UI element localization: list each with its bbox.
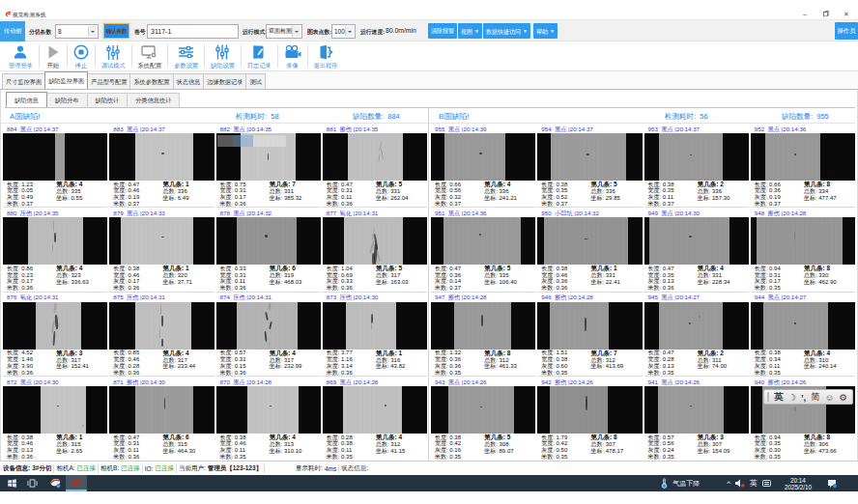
defect-image[interactable] — [431, 386, 535, 434]
subtab-缺陷分布[interactable]: 缺陷分布 — [46, 93, 88, 107]
close-button[interactable]: ✕ — [841, 10, 852, 19]
defect-image[interactable] — [431, 302, 535, 350]
defect-cell-944[interactable]: 944 黑点 |20:14:27长度: 0.38宽度: 0.34灰度: 0.11… — [751, 293, 855, 377]
ime-punct-toggle[interactable]: ’, — [801, 392, 806, 403]
action-monitor-gear[interactable]: 系统配置 — [132, 42, 168, 70]
defect-image[interactable] — [431, 133, 535, 181]
defect-cell-871[interactable]: 871 擦伤 |20:14:30长度: 0.47宽度: 0.31灰度: 0.11… — [109, 377, 214, 461]
defect-cell-951[interactable]: 951 黑点 |20:14:36长度: 0.47宽度: 0.36灰度: 0.14… — [431, 208, 535, 292]
defect-cell-950[interactable]: 950 小凹坑 |20:14:32长度: 0.38宽度: 0.46灰度: 0.3… — [537, 208, 642, 292]
taskbar-app-drawing[interactable] — [47, 475, 65, 491]
action-sliders-vertical2[interactable]: 缺陷设置 — [205, 42, 241, 70]
defect-cell-947[interactable]: 947 擦伤 |20:14:28长度: 1.32宽度: 0.36灰度: 0.36… — [431, 293, 535, 377]
defect-cell-881[interactable]: 881 擦伤 |20:14:35长度: 0.47宽度: 0.31灰度: 0.11… — [323, 124, 427, 208]
defect-image[interactable] — [644, 302, 749, 350]
defect-image[interactable] — [323, 217, 427, 265]
ime-emoji-icon[interactable]: ☺ — [825, 392, 835, 403]
defect-cell-875[interactable]: 875 压伤 |20:14:31长度: 0.85宽度: 0.46灰度: 0.28… — [109, 293, 214, 377]
tab-缺陷监控界面[interactable]: 缺陷监控界面 — [44, 71, 88, 89]
maximize-button[interactable] — [820, 10, 832, 19]
defect-cell-877[interactable]: 877 氧化 |20:14:31长度: 1.04宽度: 0.69灰度: 0.33… — [323, 208, 427, 292]
defect-cell-948[interactable]: 948 擦伤 |20:14:28长度: 0.94宽度: 0.31灰度: 0.17… — [751, 208, 855, 292]
action-exit-door[interactable]: 退出程序 — [308, 42, 344, 70]
ime-lang-indicator[interactable]: 英 — [750, 478, 758, 489]
defect-cell-943[interactable]: 943 黑点 |20:14:26长度: 0.38宽度: 0.42灰度: 0.16… — [431, 377, 535, 461]
ime-simplified-toggle[interactable]: 简 — [811, 391, 820, 404]
defect-image[interactable] — [644, 217, 749, 265]
taskbar-app-vision-active[interactable] — [66, 475, 87, 491]
defect-cell-878[interactable]: 878 黑点 |20:14:32长度: 0.33宽度: 0.31灰度: 0.11… — [216, 208, 321, 292]
defect-cell-869[interactable]: 869 黑点 |20:14:28长度: 0.28宽度: 0.38灰度: 0.11… — [323, 377, 427, 461]
operator-button[interactable]: 操作员 — [835, 22, 858, 40]
panel-b-title[interactable]: B面缺陷! — [439, 111, 470, 122]
defect-image[interactable] — [109, 386, 214, 434]
defect-cell-879[interactable]: 879 黑点 |20:14:33长度: 0.38宽度: 0.46灰度: 0.17… — [109, 208, 214, 292]
volume-icon[interactable] — [735, 479, 745, 488]
subtab-分类信息统计[interactable]: 分类信息统计 — [127, 93, 180, 107]
defect-cell-874[interactable]: 874 压伤 |20:14:31长度: 0.57宽度: 0.31灰度: 0.15… — [216, 293, 321, 377]
defect-cell-941[interactable]: 941 黑点 |20:14:26长度: 0.57宽度: 0.56灰度: 0.24… — [644, 377, 749, 461]
tab-测试[interactable]: 测试 — [245, 73, 265, 89]
defect-image[interactable] — [216, 302, 321, 350]
clock[interactable]: 20:142025/2/10 — [785, 477, 812, 490]
drive-side-button[interactable]: 传动侧 — [0, 21, 25, 42]
defect-image[interactable] — [431, 217, 535, 265]
action-sliders-horizontal[interactable]: 参数设置 — [168, 42, 204, 70]
defect-image[interactable] — [751, 217, 855, 265]
tab-状态信息[interactable]: 状态信息 — [173, 73, 205, 89]
defect-image[interactable] — [644, 133, 749, 181]
defect-cell-872[interactable]: 872 黑点 |20:14:30长度: 0.38宽度: 0.46灰度: 0.13… — [3, 377, 107, 461]
task-view-button[interactable] — [22, 475, 42, 491]
defect-cell-876[interactable]: 876 氧化 |20:14:31长度: 4.52宽度: 1.46灰度: 3.90… — [3, 293, 107, 377]
minimize-button[interactable]: – — [799, 10, 811, 19]
defect-image[interactable] — [751, 133, 855, 181]
confirm-count-button[interactable]: 确认条数 — [103, 23, 129, 39]
strip-count-select[interactable]: 8 — [55, 24, 99, 39]
tray-expand-chevron[interactable]: ^ — [727, 479, 730, 488]
action-play[interactable]: 开始 — [40, 42, 67, 70]
ime-moon-icon[interactable]: ☽ — [787, 392, 796, 403]
defect-image[interactable] — [109, 302, 214, 350]
defect-image[interactable] — [109, 133, 214, 181]
defect-image[interactable] — [323, 302, 427, 350]
defect-cell-949[interactable]: 949 黑点 |20:14:30长度: 0.47宽度: 0.35灰度: 0.13… — [644, 208, 749, 292]
defect-cell-870[interactable]: 870 黑点 |20:14:28长度: 0.38宽度: 0.46灰度: 0.11… — [216, 377, 321, 461]
defect-image[interactable] — [216, 217, 321, 265]
defect-image[interactable] — [216, 133, 321, 181]
defect-image[interactable] — [323, 133, 427, 181]
clear-alarm-button[interactable]: 清除报警 — [428, 23, 457, 39]
defect-image[interactable] — [216, 386, 321, 434]
defect-cell-884[interactable]: 884 黑点 |20:14:37长度: 1.23宽度: 0.05灰度: 0.49… — [3, 124, 107, 208]
chart-points-select[interactable]: 100 — [331, 24, 356, 39]
run-mode-select[interactable]: 双面检测 — [266, 24, 302, 39]
defect-image[interactable] — [537, 217, 642, 265]
defect-image[interactable] — [3, 302, 107, 350]
defect-cell-955[interactable]: 955 黑点 |20:14:39长度: 0.66宽度: 0.56灰度: 0.32… — [431, 124, 535, 208]
defect-cell-953[interactable]: 953 黑点 |20:14:37长度: 0.38宽度: 0.35灰度: 0.11… — [644, 124, 749, 208]
defect-cell-952[interactable]: 952 黑点 |20:14:36长度: 0.66宽度: 0.36灰度: 0.19… — [751, 124, 855, 208]
defect-cell-954[interactable]: 954 黑点 |20:14:37长度: 0.38宽度: 0.35灰度: 0.52… — [537, 124, 642, 208]
notification-icon[interactable] — [827, 479, 837, 489]
data-access-menu-button[interactable]: 数据快捷访问▼ — [483, 23, 530, 39]
subtab-缺陷统计[interactable]: 缺陷统计 — [87, 93, 129, 107]
tab-边缘数据记录[interactable]: 边缘数据记录 — [203, 73, 246, 89]
defect-image[interactable] — [644, 386, 749, 434]
defect-cell-883[interactable]: 883 黑点 |20:14:37长度: 0.47宽度: 0.46灰度: 0.19… — [109, 124, 214, 208]
action-stop[interactable]: 停止 — [68, 42, 95, 70]
defect-image[interactable] — [537, 302, 642, 350]
action-video-camera[interactable]: 录像 — [278, 42, 307, 70]
defect-image[interactable] — [751, 302, 855, 350]
defect-cell-942[interactable]: 942 擦伤 |20:14:26长度: 1.79宽度: 0.42灰度: 0.50… — [537, 377, 642, 461]
defect-cell-946[interactable]: 946 擦伤 |20:14:28长度: 1.51宽度: 0.38灰度: 0.60… — [537, 293, 642, 377]
defect-image[interactable] — [109, 217, 214, 265]
defect-image[interactable] — [3, 133, 107, 181]
roll-number-input[interactable]: 3117-1 — [147, 24, 239, 39]
tab-尺寸监控界面[interactable]: 尺寸监控界面 — [2, 73, 45, 89]
ime-keyboard-icon[interactable] — [762, 479, 771, 488]
defect-image[interactable] — [3, 217, 107, 265]
tab-系统参数配置[interactable]: 系统参数配置 — [129, 73, 173, 89]
action-log-book[interactable]: 日志记录 — [242, 42, 277, 70]
panel-a-title[interactable]: A面缺陷! — [10, 111, 41, 122]
action-user[interactable]: 管理登录 — [3, 42, 39, 70]
weather-text[interactable]: 气温下降 — [672, 479, 700, 489]
